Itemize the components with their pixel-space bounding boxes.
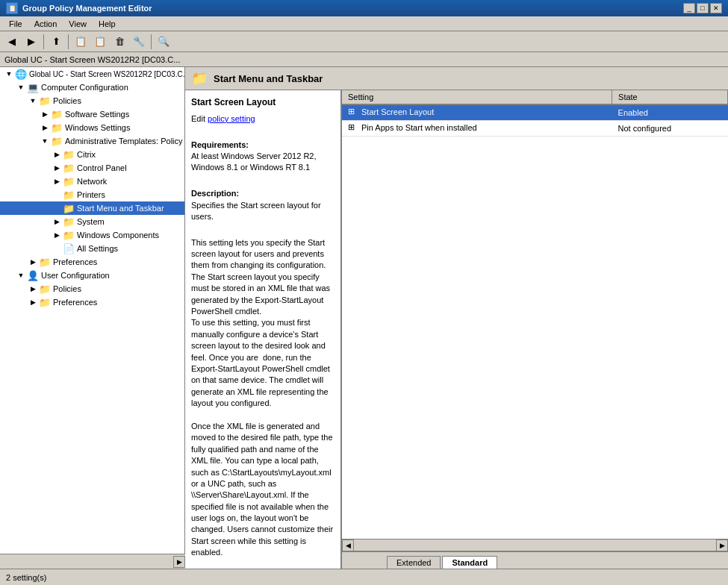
- network-icon: 📁: [63, 176, 75, 187]
- close-button[interactable]: ✕: [710, 3, 722, 13]
- expand-controlpanel[interactable]: ▶: [51, 162, 63, 174]
- tree-panel: ▼ 🌐 Global UC - Start Screen WS2012R2 [D…: [0, 67, 185, 569]
- tree-node-wincomponents[interactable]: ▶ 📁 Windows Components: [0, 228, 184, 242]
- requirements-section: Requirements: At least Windows Server 20…: [191, 140, 335, 174]
- tree-node-system[interactable]: ▶ 📁 System: [0, 215, 184, 228]
- tree-node-policies-uc[interactable]: ▶ 📁 Policies: [0, 282, 184, 295]
- policies-icon: 📁: [39, 96, 51, 107]
- software-label: Software Settings: [65, 110, 129, 119]
- setting-state: Enabled: [612, 104, 728, 121]
- desc-label: Description:: [191, 188, 335, 199]
- expand-prefs-uc[interactable]: ▶: [27, 296, 39, 308]
- tree-node-allsettings[interactable]: ▶ 📄 All Settings: [0, 242, 184, 255]
- tree-node-software[interactable]: ▶ 📁 Software Settings: [0, 107, 184, 121]
- up-button[interactable]: ⬆: [47, 34, 65, 50]
- toolbar: ◀ ▶ ⬆ 📋 📋 🗑 🔧 🔍: [0, 31, 728, 52]
- separator-3: [151, 34, 152, 49]
- policies-label: Policies: [53, 96, 81, 105]
- wincomponents-label: Windows Components: [77, 231, 159, 240]
- separator-1: [43, 34, 44, 49]
- network-label: Network: [77, 177, 107, 186]
- delete-button[interactable]: 🗑: [111, 34, 128, 50]
- expand-admtemplates[interactable]: ▼: [39, 135, 51, 147]
- settings-table: Setting State ⊞Start Screen LayoutEnable…: [342, 90, 728, 137]
- winsettings-label: Windows Settings: [65, 123, 130, 132]
- root-icon: 🌐: [15, 69, 27, 80]
- desc-policy-link[interactable]: policy setting: [208, 114, 255, 123]
- table-row[interactable]: ⊞Start Screen LayoutEnabled: [342, 104, 728, 121]
- expand-winsettings[interactable]: ▶: [39, 122, 51, 134]
- tree-node-citrix[interactable]: ▶ 📁 Citrix: [0, 148, 184, 161]
- main-container: ▼ 🌐 Global UC - Start Screen WS2012R2 [D…: [0, 67, 728, 569]
- expand-network[interactable]: ▶: [51, 175, 63, 187]
- expand-policies[interactable]: ▼: [27, 95, 39, 107]
- software-icon: 📁: [51, 109, 63, 120]
- content-header: 📁 Start Menu and Taskbar: [185, 67, 728, 90]
- forward-button[interactable]: ▶: [22, 34, 40, 50]
- prefs-cc-label: Preferences: [53, 257, 97, 266]
- tree-node-uc[interactable]: ▼ 👤 User Configuration: [0, 269, 184, 282]
- expand-system[interactable]: ▶: [51, 216, 63, 228]
- prefs-uc-icon: 📁: [39, 297, 51, 308]
- minimize-button[interactable]: _: [683, 3, 695, 13]
- table-row[interactable]: ⊞Pin Apps to Start when installedNot con…: [342, 121, 728, 137]
- tab-standard[interactable]: Standard: [442, 556, 497, 569]
- split-content: Start Screen Layout Edit policy setting …: [185, 90, 728, 569]
- setting-icon: ⊞: [348, 122, 360, 134]
- col-state[interactable]: State: [612, 90, 728, 104]
- expand-software[interactable]: ▶: [39, 108, 51, 120]
- menu-bar: File Action View Help: [0, 16, 728, 31]
- policies-uc-label: Policies: [53, 284, 81, 293]
- separator-2: [68, 34, 69, 49]
- expand-cc[interactable]: ▼: [15, 81, 27, 93]
- tree-node-printers[interactable]: ▶ 📁 Printers: [0, 188, 184, 201]
- tree-node-admtemplates[interactable]: ▼ 📁 Administrative Templates: Policy: [0, 134, 184, 148]
- startmenu-label: Start Menu and Taskbar: [77, 204, 164, 213]
- tree-node-prefs-cc[interactable]: ▶ 📁 Preferences: [0, 255, 184, 269]
- tree-scroll-right[interactable]: ▶: [173, 556, 185, 568]
- paste-button[interactable]: 📋: [91, 34, 109, 50]
- description-panel: Start Screen Layout Edit policy setting …: [185, 90, 342, 569]
- expand-uc[interactable]: ▼: [15, 269, 27, 281]
- scroll-left-btn[interactable]: ◀: [342, 539, 354, 551]
- desc-edit-prefix: Edit: [191, 114, 205, 123]
- menu-file[interactable]: File: [3, 18, 28, 29]
- menu-view[interactable]: View: [63, 18, 93, 29]
- controlpanel-label: Control Panel: [77, 163, 127, 172]
- expand-citrix[interactable]: ▶: [51, 148, 63, 160]
- printers-label: Printers: [77, 190, 105, 199]
- maximize-button[interactable]: □: [697, 3, 709, 13]
- requirements-text: At least Windows Server 2012 R2, Windows…: [191, 151, 335, 174]
- horiz-scrollbar[interactable]: ◀ ▶: [342, 539, 728, 551]
- tree-node-network[interactable]: ▶ 📁 Network: [0, 175, 184, 188]
- filter-button[interactable]: 🔍: [155, 34, 172, 50]
- allsettings-icon: 📄: [63, 243, 75, 254]
- tab-extended[interactable]: Extended: [387, 556, 441, 569]
- root-label: Global UC - Start Screen WS2012R2 [DC03.…: [29, 70, 185, 78]
- expand-policies-uc[interactable]: ▶: [27, 283, 39, 295]
- expand-wincomponents[interactable]: ▶: [51, 229, 63, 241]
- scroll-right-btn[interactable]: ▶: [716, 539, 728, 551]
- expand-root[interactable]: ▼: [3, 68, 15, 80]
- tree-node-prefs-uc[interactable]: ▶ 📁 Preferences: [0, 295, 184, 309]
- tree-node-policies[interactable]: ▼ 📁 Policies: [0, 94, 184, 107]
- winsettings-icon: 📁: [51, 122, 63, 134]
- menu-help[interactable]: Help: [93, 18, 122, 29]
- tree-node-controlpanel[interactable]: ▶ 📁 Control Panel: [0, 161, 184, 175]
- content-header-title: Start Menu and Taskbar: [214, 73, 323, 84]
- setting-name: Pin Apps to Start when installed: [361, 123, 477, 132]
- tree-node-winsettings[interactable]: ▶ 📁 Windows Settings: [0, 121, 184, 134]
- content-header-icon: 📁: [191, 70, 208, 87]
- back-button[interactable]: ◀: [3, 34, 21, 50]
- tree-node-root[interactable]: ▼ 🌐 Global UC - Start Screen WS2012R2 [D…: [0, 67, 184, 81]
- menu-action[interactable]: Action: [28, 18, 63, 29]
- tree-node-startmenu[interactable]: ▶ 📁 Start Menu and Taskbar: [0, 201, 184, 215]
- properties-button[interactable]: 🔧: [130, 34, 148, 50]
- requirements-label: Requirements:: [191, 140, 335, 151]
- expand-prefs-cc[interactable]: ▶: [27, 256, 39, 268]
- tree-node-cc[interactable]: ▼ 💻 Computer Configuration: [0, 81, 184, 94]
- col-setting[interactable]: Setting: [342, 90, 612, 104]
- copy-button[interactable]: 📋: [72, 34, 90, 50]
- controlpanel-icon: 📁: [63, 163, 75, 174]
- system-label: System: [77, 217, 105, 226]
